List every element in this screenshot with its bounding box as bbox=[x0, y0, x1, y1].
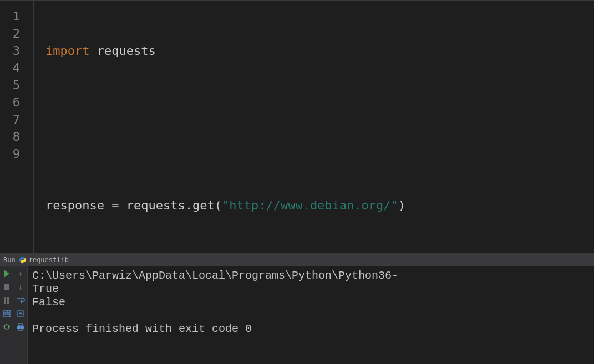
svg-rect-1 bbox=[7, 310, 10, 313]
print-button[interactable] bbox=[15, 321, 26, 332]
code-line-5[interactable] bbox=[45, 248, 594, 253]
layout-button[interactable] bbox=[1, 308, 12, 319]
line-number: 3 bbox=[4, 42, 20, 59]
run-header-label: Run bbox=[3, 256, 16, 264]
code-content[interactable]: import requests response = requests.get(… bbox=[34, 1, 594, 253]
run-tool-window: Run requestlib ↑ ↓ bbox=[0, 253, 594, 364]
svg-point-3 bbox=[4, 325, 9, 329]
debug-button[interactable] bbox=[1, 321, 12, 332]
svg-rect-0 bbox=[3, 310, 6, 313]
line-number-gutter: 1 2 3 4 5 6 7 8 9 bbox=[0, 1, 34, 253]
rerun-button[interactable] bbox=[1, 268, 12, 279]
console-line: False bbox=[32, 296, 65, 309]
code-line-3[interactable] bbox=[45, 145, 594, 162]
run-body: ↑ ↓ C:\Users\Parwiz\AppData\Local\Progra… bbox=[0, 266, 594, 364]
run-secondary-toolbar: ↑ ↓ bbox=[13, 266, 28, 364]
python-icon bbox=[19, 256, 27, 264]
console-output[interactable]: C:\Users\Parwiz\AppData\Local\Programs\P… bbox=[28, 266, 594, 364]
run-config-name: requestlib bbox=[29, 256, 69, 264]
run-primary-toolbar bbox=[0, 266, 13, 364]
code-line-1[interactable]: import requests bbox=[45, 42, 594, 59]
identifier: get bbox=[192, 198, 215, 212]
module-name: requests bbox=[97, 44, 156, 58]
console-line: Process finished with exit code 0 bbox=[32, 322, 252, 335]
soft-wrap-button[interactable] bbox=[15, 295, 26, 306]
line-number: 2 bbox=[4, 25, 20, 42]
svg-rect-11 bbox=[18, 328, 23, 330]
code-line-2[interactable] bbox=[45, 94, 594, 111]
line-number: 1 bbox=[4, 8, 20, 25]
scroll-up-button[interactable]: ↑ bbox=[15, 268, 26, 279]
console-line: True bbox=[32, 283, 59, 295]
svg-rect-9 bbox=[18, 324, 23, 326]
line-number: 6 bbox=[4, 94, 20, 111]
line-number: 4 bbox=[4, 59, 20, 76]
svg-rect-2 bbox=[3, 314, 10, 317]
line-number: 8 bbox=[4, 128, 20, 145]
console-line: C:\Users\Parwiz\AppData\Local\Programs\P… bbox=[32, 269, 398, 282]
scroll-down-button[interactable]: ↓ bbox=[15, 281, 26, 293]
keyword-import: import bbox=[45, 44, 89, 58]
code-editor[interactable]: 1 2 3 4 5 6 7 8 9 import requests respon… bbox=[0, 0, 594, 253]
line-number: 7 bbox=[4, 111, 20, 128]
operator: = bbox=[111, 198, 119, 212]
run-header: Run requestlib bbox=[0, 254, 594, 266]
line-number: 9 bbox=[4, 145, 20, 162]
stop-button[interactable] bbox=[1, 281, 12, 293]
identifier: requests bbox=[126, 198, 185, 212]
identifier: response bbox=[45, 198, 104, 212]
code-line-4[interactable]: response = requests.get("http://www.debi… bbox=[45, 197, 594, 214]
scroll-to-end-button[interactable] bbox=[15, 308, 26, 319]
line-number: 5 bbox=[4, 76, 20, 94]
pause-button[interactable] bbox=[1, 295, 12, 306]
string-literal: "http://www.debian.org/" bbox=[222, 198, 398, 212]
